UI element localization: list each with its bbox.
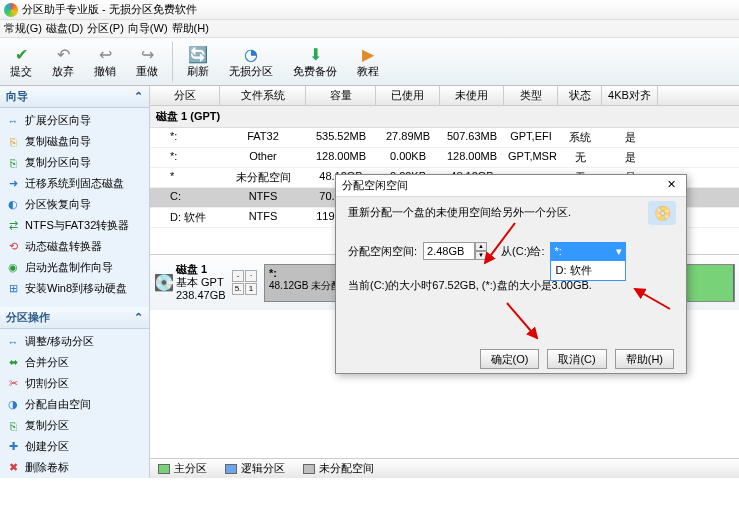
toolbar-icon: 🔄 xyxy=(188,44,208,64)
column-header[interactable]: 未使用 xyxy=(440,86,504,105)
sidebar-item[interactable]: ⇄NTFS与FAT32转换器 xyxy=(0,215,149,236)
ok-button[interactable]: 确定(O) xyxy=(480,349,540,369)
close-icon[interactable]: ✕ xyxy=(662,178,680,194)
collapse-icon[interactable]: ⌃ xyxy=(134,90,143,103)
disk-ctrl[interactable]: 1 xyxy=(245,283,257,295)
toolbar-icon: ↪ xyxy=(137,44,157,64)
toolbar-icon: ↩ xyxy=(95,44,115,64)
disk-ctrl[interactable]: - xyxy=(232,270,244,282)
sidebar-icon: ⎘ xyxy=(6,156,20,170)
sidebar-icon: ✂ xyxy=(6,377,20,391)
column-header[interactable]: 分区 xyxy=(150,86,220,105)
collapse-icon[interactable]: ⌃ xyxy=(134,311,143,324)
toolbar-免费备份[interactable]: ⬇免费备份 xyxy=(283,42,347,81)
sidebar-icon: ✚ xyxy=(6,440,20,454)
disk-ctrl[interactable]: · xyxy=(245,270,257,282)
legend-item: 未分配空间 xyxy=(303,461,374,476)
sidebar-icon: ◑ xyxy=(6,398,20,412)
sidebar-icon: ↔ xyxy=(6,114,20,128)
ops-panel-title: 分区操作 xyxy=(6,310,50,325)
toolbar-教程[interactable]: ▶教程 xyxy=(347,42,389,81)
sidebar-item[interactable]: ◑分配自由空间 xyxy=(0,394,149,415)
combo-option[interactable]: D: 软件 xyxy=(551,261,625,280)
sidebar-item[interactable]: ⎘复制磁盘向导 xyxy=(0,131,149,152)
sidebar-item[interactable]: ↔调整/移动分区 xyxy=(0,331,149,352)
app-logo xyxy=(4,3,18,17)
sidebar-item[interactable]: ⊞安装Win8到移动硬盘 xyxy=(0,278,149,299)
spin-up-icon[interactable]: ▲ xyxy=(475,242,487,251)
dialog-title: 分配空闲空间 xyxy=(342,178,408,193)
column-header[interactable]: 文件系统 xyxy=(220,86,306,105)
toolbar-撤销[interactable]: ↩撤销 xyxy=(84,42,126,81)
sidebar-item[interactable]: ↔扩展分区向导 xyxy=(0,110,149,131)
allocate-size-input[interactable] xyxy=(423,242,475,260)
chevron-down-icon: ▾ xyxy=(616,245,622,258)
menu-disk[interactable]: 磁盘(D) xyxy=(46,21,83,36)
sidebar-item[interactable]: ⎘复制分区向导 xyxy=(0,152,149,173)
help-button[interactable]: 帮助(H) xyxy=(615,349,674,369)
sidebar-item[interactable]: ➜迁移系统到固态磁盘 xyxy=(0,173,149,194)
legend-item: 主分区 xyxy=(158,461,207,476)
menu-wizard[interactable]: 向导(W) xyxy=(128,21,168,36)
target-partition-select[interactable]: *:▾ D: 软件 xyxy=(550,242,626,260)
cancel-button[interactable]: 取消(C) xyxy=(547,349,606,369)
toolbar-刷新[interactable]: 🔄刷新 xyxy=(177,42,219,81)
toolbar-icon: ✔ xyxy=(11,44,31,64)
sidebar-icon: ➜ xyxy=(6,177,20,191)
sidebar-icon: ⬌ xyxy=(6,356,20,370)
sidebar-icon: ⎘ xyxy=(6,419,20,433)
window-title: 分区助手专业版 - 无损分区免费软件 xyxy=(22,2,197,17)
sidebar-item[interactable]: ✂切割分区 xyxy=(0,373,149,394)
sidebar-icon: ↔ xyxy=(6,335,20,349)
menubar: 常规(G) 磁盘(D) 分区(P) 向导(W) 帮助(H) xyxy=(0,20,739,38)
sidebar-item[interactable]: ⬌合并分区 xyxy=(0,352,149,373)
menu-general[interactable]: 常规(G) xyxy=(4,21,42,36)
dialog-icon: 📀 xyxy=(648,201,676,225)
wizard-panel-title: 向导 xyxy=(6,89,28,104)
toolbar-放弃[interactable]: ↶放弃 xyxy=(42,42,84,81)
dialog-desc: 重新分配一个盘的未使用空间给另外一个分区. xyxy=(348,205,674,220)
toolbar-提交[interactable]: ✔提交 xyxy=(0,42,42,81)
column-header[interactable]: 类型 xyxy=(504,86,558,105)
sidebar-icon: ⎘ xyxy=(6,135,20,149)
disk-name: 磁盘 1 xyxy=(176,263,207,275)
sidebar-item[interactable]: ✖删除卷标 xyxy=(0,457,149,478)
disk-ctrl[interactable]: 5. xyxy=(232,283,244,295)
from-to-label: 从(C:)给: xyxy=(501,244,544,259)
toolbar-icon: ↶ xyxy=(53,44,73,64)
allocate-label: 分配空闲空间: xyxy=(348,244,417,259)
sidebar-icon: ◐ xyxy=(6,198,20,212)
disk-size: 238.47GB xyxy=(176,289,226,301)
sidebar-icon: ⟲ xyxy=(6,240,20,254)
sidebar-item[interactable]: ✚创建分区 xyxy=(0,436,149,457)
disk-sub: 基本 GPT xyxy=(176,276,224,288)
sidebar-icon: ⇄ xyxy=(6,219,20,233)
column-header[interactable]: 状态 xyxy=(558,86,602,105)
menu-help[interactable]: 帮助(H) xyxy=(172,21,209,36)
disk-group-header: 磁盘 1 (GPT) xyxy=(150,106,739,128)
column-header[interactable]: 4KB对齐 xyxy=(602,86,658,105)
sidebar-item[interactable]: ◉启动光盘制作向导 xyxy=(0,257,149,278)
sidebar-item[interactable]: ⎘复制分区 xyxy=(0,415,149,436)
sidebar-item[interactable]: ◐分区恢复向导 xyxy=(0,194,149,215)
sidebar-icon: ◉ xyxy=(6,261,20,275)
toolbar-icon: ▶ xyxy=(358,44,378,64)
spin-down-icon[interactable]: ▼ xyxy=(475,251,487,260)
disk-icon: 💽 xyxy=(154,273,174,292)
legend-item: 逻辑分区 xyxy=(225,461,285,476)
toolbar-icon: ⬇ xyxy=(305,44,325,64)
sidebar-icon: ✖ xyxy=(6,461,20,475)
allocate-space-dialog: 分配空闲空间 ✕ 📀 重新分配一个盘的未使用空间给另外一个分区. 分配空闲空间:… xyxy=(335,174,687,374)
table-row[interactable]: *:FAT32535.52MB27.89MB507.63MBGPT,EFI系统是 xyxy=(150,128,739,148)
toolbar-无损分区[interactable]: ◔无损分区 xyxy=(219,42,283,81)
table-row[interactable]: *:Other128.00MB0.00KB128.00MBGPT,MSR无是 xyxy=(150,148,739,168)
toolbar-icon: ◔ xyxy=(241,44,261,64)
column-header[interactable]: 容量 xyxy=(306,86,376,105)
sidebar-icon: ⊞ xyxy=(6,282,20,296)
sidebar-item[interactable]: ⟲动态磁盘转换器 xyxy=(0,236,149,257)
toolbar-重做[interactable]: ↪重做 xyxy=(126,42,168,81)
column-header[interactable]: 已使用 xyxy=(376,86,440,105)
menu-partition[interactable]: 分区(P) xyxy=(87,21,124,36)
